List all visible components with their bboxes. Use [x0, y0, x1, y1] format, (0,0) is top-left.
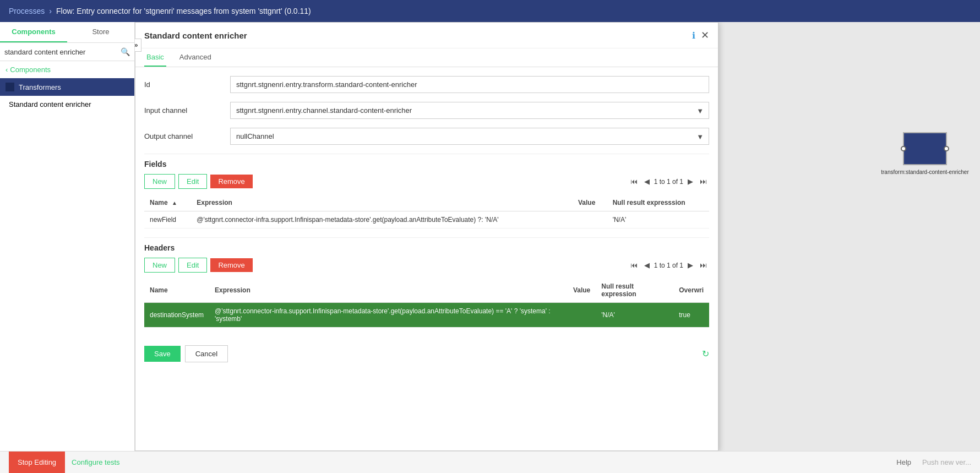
close-icon[interactable]: ✕: [701, 29, 709, 41]
headers-table: Name Expression Value Null result expres…: [144, 278, 709, 328]
headers-toolbar: New Edit Remove ⏮ ◀ 1 to 1 of 1 ▶ ⏭: [144, 258, 709, 273]
fields-page-prev[interactable]: ◀: [642, 176, 652, 187]
field-null-result-cell: 'N/A': [607, 211, 709, 229]
output-channel-label: Output channel: [144, 132, 221, 140]
save-button[interactable]: Save: [144, 346, 181, 362]
table-row[interactable]: newField @'sttgnrt.connector-infra.suppo…: [144, 211, 709, 229]
form-row-id: Id: [144, 76, 709, 93]
headers-edit-button[interactable]: Edit: [178, 258, 207, 273]
field-value-cell: [573, 211, 607, 229]
fields-col-name[interactable]: Name ▲: [144, 194, 191, 211]
fields-table: Name ▲ Expression Value Null result expr…: [144, 194, 709, 229]
chevron-left-icon: ‹: [6, 66, 8, 74]
search-icon[interactable]: 🔍: [121, 47, 130, 56]
modal-header: Standard content enricher ℹ ✕: [135, 23, 718, 48]
header-null-result-cell: 'N/A': [596, 303, 673, 328]
headers-page-prev[interactable]: ◀: [642, 260, 652, 270]
sidebar-search-bar: 🔍: [0, 43, 134, 61]
tab-store[interactable]: Store: [67, 22, 134, 42]
action-row: Save Cancel ↻: [144, 336, 709, 367]
category-label: Transformers: [19, 83, 61, 91]
fields-toolbar: New Edit Remove ⏮ ◀ 1 to 1 of 1 ▶ ⏭: [144, 174, 709, 189]
header-value-cell: [568, 303, 596, 328]
sort-icon-name: ▲: [172, 200, 177, 206]
category-icon: [6, 83, 14, 91]
fields-col-value[interactable]: Value: [573, 194, 607, 211]
help-link[interactable]: Help: [896, 458, 911, 466]
field-name-cell: newField: [144, 211, 191, 229]
form-row-output-channel: Output channel nullChannel ▼: [144, 128, 709, 145]
breadcrumb-processes[interactable]: Processes: [9, 7, 45, 15]
info-icon[interactable]: ℹ: [692, 30, 695, 41]
sidebar-section-header[interactable]: ‹ Components: [0, 61, 134, 78]
breadcrumb-title: Flow: Entry connector for 'stgnenri' mes…: [56, 7, 311, 15]
fields-col-expression[interactable]: Expression: [191, 194, 573, 211]
form-row-input-channel: Input channel sttgnrt.stgnenri.entry.cha…: [144, 102, 709, 119]
bottom-bar-right: Help Push new ver...: [896, 458, 971, 466]
canvas-component-box[interactable]: [903, 132, 947, 165]
configure-tests-link[interactable]: Configure tests: [72, 458, 119, 466]
push-version-link[interactable]: Push new ver...: [922, 458, 971, 466]
headers-col-value[interactable]: Value: [568, 278, 596, 303]
top-nav: Processes › Flow: Entry connector for 's…: [0, 0, 980, 22]
sidebar-tabs: Components Store: [0, 22, 134, 43]
fields-edit-button[interactable]: Edit: [178, 174, 207, 189]
stop-editing-button[interactable]: Stop Editing: [9, 452, 65, 473]
headers-page-info: 1 to 1 of 1: [654, 262, 683, 269]
id-input[interactable]: [230, 76, 709, 93]
headers-col-expression[interactable]: Expression: [209, 278, 568, 303]
headers-section-title: Headers: [144, 243, 709, 252]
fields-new-button[interactable]: New: [144, 174, 175, 189]
fields-section-title: Fields: [144, 160, 709, 168]
headers-col-null-result[interactable]: Null result expression: [596, 278, 673, 303]
cancel-button[interactable]: Cancel: [185, 345, 228, 362]
headers-remove-button[interactable]: Remove: [210, 258, 252, 272]
tab-basic[interactable]: Basic: [144, 48, 166, 67]
canvas-component-label: transform:standard-content-enricher: [881, 169, 969, 175]
fields-pagination: ⏮ ◀ 1 to 1 of 1 ▶ ⏭: [628, 176, 709, 187]
bottom-bar-left: Stop Editing Configure tests: [9, 452, 120, 473]
sidebar: Components Store 🔍 ‹ Components Transfor…: [0, 22, 135, 451]
fields-page-first[interactable]: ⏮: [628, 176, 640, 187]
output-channel-select[interactable]: nullChannel: [230, 128, 709, 145]
tab-components[interactable]: Components: [0, 22, 67, 42]
headers-new-button[interactable]: New: [144, 258, 175, 273]
fields-col-null-result[interactable]: Null result expresssion: [607, 194, 709, 211]
tab-advanced[interactable]: Advanced: [177, 48, 214, 67]
headers-col-overwrite[interactable]: Overwri: [673, 278, 709, 303]
input-channel-select-wrapper: sttgnrt.stgnenri.entry.channel.standard-…: [230, 102, 709, 119]
connector-dot-right: [944, 146, 949, 151]
canvas-component[interactable]: transform:standard-content-enricher: [903, 132, 947, 165]
modal-body: Id Input channel sttgnrt.stgnenri.entry.…: [135, 67, 718, 376]
sidebar-item-standard-content-enricher[interactable]: Standard content enricher: [0, 96, 134, 113]
modal-panel: Standard content enricher ℹ ✕ Basic Adva…: [135, 22, 718, 451]
search-input[interactable]: [4, 48, 118, 56]
modal-tabs: Basic Advanced: [135, 48, 718, 67]
table-row[interactable]: destinationSystem @'sttgnrt.connector-in…: [144, 303, 709, 328]
header-overwrite-cell: true: [673, 303, 709, 328]
input-channel-select[interactable]: sttgnrt.stgnenri.entry.channel.standard-…: [230, 102, 709, 119]
headers-page-last[interactable]: ⏭: [698, 260, 709, 270]
fields-page-last[interactable]: ⏭: [698, 176, 709, 187]
sidebar-section-label: Components: [10, 66, 51, 74]
fields-page-info: 1 to 1 of 1: [654, 178, 683, 186]
headers-page-next[interactable]: ▶: [685, 260, 695, 270]
headers-col-name[interactable]: Name: [144, 278, 209, 303]
fields-remove-button[interactable]: Remove: [210, 175, 252, 188]
header-name-cell: destinationSystem: [144, 303, 209, 328]
connector-dot-left: [901, 146, 906, 151]
headers-pagination: ⏮ ◀ 1 to 1 of 1 ▶ ⏭: [628, 260, 709, 270]
sidebar-collapse-button[interactable]: «»: [135, 39, 141, 52]
modal-header-actions: ℹ ✕: [692, 29, 709, 41]
breadcrumb-chevron: ›: [49, 7, 52, 15]
canvas-area: «» Standard content enricher ℹ ✕ Basic A…: [135, 22, 980, 451]
main-layout: Components Store 🔍 ‹ Components Transfor…: [0, 22, 980, 451]
sidebar-category-transformers[interactable]: Transformers: [0, 78, 134, 96]
fields-page-next[interactable]: ▶: [685, 176, 695, 187]
headers-page-first[interactable]: ⏮: [628, 260, 640, 270]
modal-title: Standard content enricher: [144, 31, 247, 40]
input-channel-label: Input channel: [144, 106, 221, 115]
output-channel-select-wrapper: nullChannel ▼: [230, 128, 709, 145]
refresh-icon[interactable]: ↻: [702, 349, 709, 359]
bottom-bar: Stop Editing Configure tests Help Push n…: [0, 451, 980, 473]
